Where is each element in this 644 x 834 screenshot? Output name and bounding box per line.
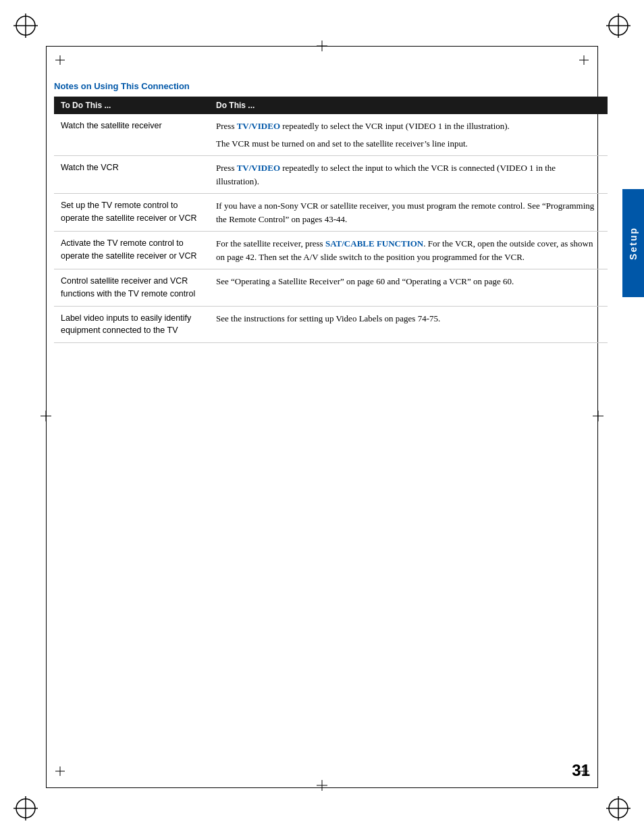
table-row: Label video inputs to easily identify eq…	[54, 306, 608, 343]
col1-header: To Do This ...	[54, 97, 209, 114]
table-cell-instruction: Press TV/VIDEO repeatedly to select the …	[209, 114, 608, 156]
reg-mark-bottom-left	[12, 795, 39, 822]
crosshair-top-center	[317, 41, 327, 54]
table-cell-action: Watch the satellite receiver	[54, 114, 209, 156]
table-cell-action: Label video inputs to easily identify eq…	[54, 306, 209, 343]
table-cell-instruction: For the satellite receiver, press SAT/CA…	[209, 232, 608, 269]
table-row: Watch the satellite receiver Press TV/VI…	[54, 114, 608, 156]
table-cell-action: Watch the VCR	[54, 156, 209, 194]
table-cell-instruction: Press TV/VIDEO repeatedly to select the …	[209, 156, 608, 194]
instruction-para: For the satellite receiver, press SAT/CA…	[216, 237, 601, 263]
instruction-para-2: The VCR must be turned on and set to the…	[216, 137, 601, 151]
crosshair-bottom-center	[317, 780, 327, 793]
reg-mark-top-left	[12, 12, 39, 39]
crosshair-left-center	[41, 411, 51, 424]
sidebar-tab-label: Setup	[628, 227, 639, 260]
crosshair-inner-top-left	[55, 55, 65, 68]
section-heading: Notes on Using This Connection	[54, 81, 608, 91]
table-row: Watch the VCR Press TV/VIDEO repeatedly …	[54, 156, 608, 194]
content-area: Notes on Using This Connection To Do Thi…	[54, 81, 608, 343]
crosshair-inner-top-right	[579, 55, 589, 68]
table-header-row: To Do This ... Do This ...	[54, 97, 608, 114]
instruction-para: Press TV/VIDEO repeatedly to select the …	[216, 120, 601, 133]
table-cell-action: Set up the TV remote control to operate …	[54, 194, 209, 232]
table-cell-action: Activate the TV remote control to operat…	[54, 232, 209, 269]
instruction-para: If you have a non-Sony VCR or satellite …	[216, 199, 601, 226]
reg-mark-top-right	[605, 12, 632, 39]
sidebar-tab: Setup	[622, 189, 644, 297]
table-cell-instruction: See the instructions for setting up Vide…	[209, 306, 608, 343]
table-cell-instruction: If you have a non-Sony VCR or satellite …	[209, 194, 608, 232]
instruction-para: See the instructions for setting up Vide…	[216, 312, 601, 325]
table-cell-action: Control satellite receiver and VCR funct…	[54, 269, 209, 307]
table-cell-instruction: See “Operating a Satellite Receiver” on …	[209, 269, 608, 307]
page: Setup Notes on Using This Connection To …	[0, 0, 644, 834]
page-number: 31	[572, 761, 590, 780]
instruction-para: See “Operating a Satellite Receiver” on …	[216, 275, 601, 288]
main-table: To Do This ... Do This ... Watch the sat…	[54, 97, 608, 343]
reg-mark-bottom-right	[605, 795, 632, 822]
table-row: Set up the TV remote control to operate …	[54, 194, 608, 232]
tv-video-link-1: TV/VIDEO	[237, 121, 280, 131]
crosshair-inner-bottom-left	[55, 766, 65, 779]
col2-header: Do This ...	[209, 97, 608, 114]
sat-cable-link: SAT/CABLE FUNCTION	[325, 238, 423, 249]
tv-video-link-2: TV/VIDEO	[237, 163, 280, 173]
crosshair-right-center	[593, 411, 603, 424]
instruction-para: Press TV/VIDEO repeatedly to select the …	[216, 161, 601, 188]
table-row: Control satellite receiver and VCR funct…	[54, 269, 608, 307]
table-row: Activate the TV remote control to operat…	[54, 232, 608, 269]
